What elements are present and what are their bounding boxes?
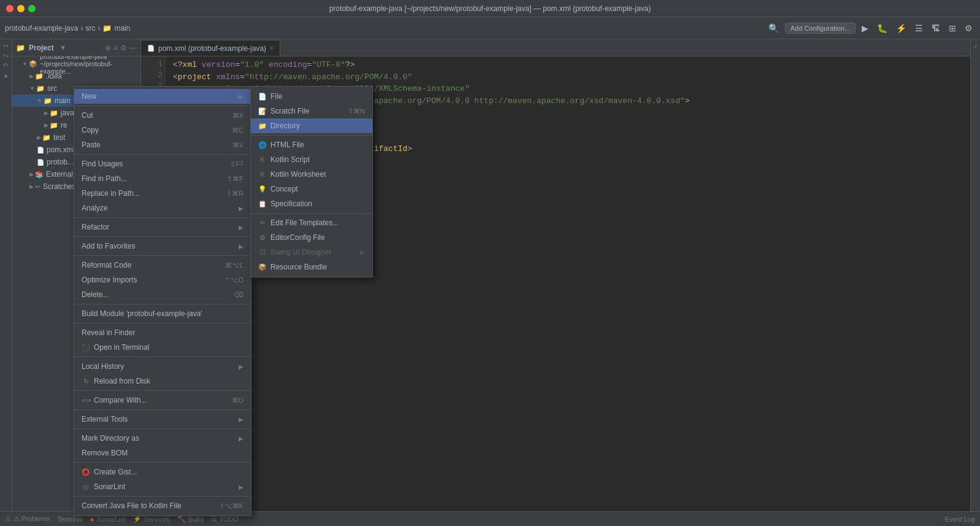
run-button[interactable]: ▶ [859, 22, 871, 34]
close-button[interactable] [6, 5, 13, 12]
editorconfig-icon: ⚙ [258, 234, 267, 242]
breadcrumb-main[interactable]: main [114, 24, 130, 33]
breadcrumb: protobuf-example-java › src › 📁 main [5, 24, 130, 33]
gear-icon[interactable]: ⚙ [120, 44, 127, 52]
sidebar-icon-2[interactable]: 2 [1, 52, 10, 60]
ctx-item-paste[interactable]: Paste ⌘V [74, 137, 251, 152]
checkmark-icon: ✓ [972, 42, 979, 51]
maximize-button[interactable] [28, 5, 36, 12]
sonarlint-status-icon: ● [90, 516, 94, 523]
collapse-icon[interactable]: ≡ [113, 44, 118, 52]
terminal-icon[interactable]: ⊞ [946, 22, 959, 34]
ctx-item-reformat[interactable]: Reformat Code ⌘⌥L [74, 258, 251, 273]
ctx-sep-2 [74, 154, 251, 155]
ctx-item-convert-kotlin[interactable]: Convert Java File to Kotlin File ⇧⌥⌘K [74, 498, 251, 513]
new-submenu: 📄 File 📝 Scratch File ⇧⌘N 📁 Directory 🌐 … [250, 86, 373, 277]
xml-file-icon: 📄 [147, 45, 155, 52]
ctx-item-remove-bom[interactable]: Remove BOM [74, 446, 251, 460]
debug-icon[interactable]: 🐛 [875, 22, 890, 34]
ctx-item-add-favorites[interactable]: Add to Favorites ▶ [74, 239, 251, 253]
ctx-item-find-usages[interactable]: Find Usages ⇧F7 [74, 157, 251, 171]
ctx-item-compare-with[interactable]: ⟺ Compare With... ⌘D [74, 393, 251, 408]
breadcrumb-project[interactable]: protobuf-example-java [5, 24, 78, 33]
sub-item-scratch-file[interactable]: 📝 Scratch File ⇧⌘N [251, 104, 372, 118]
ctx-item-refactor[interactable]: Refactor ▶ [74, 220, 251, 234]
close-tab-icon[interactable]: × [270, 45, 274, 52]
sub-item-directory[interactable]: 📁 Directory [251, 118, 372, 133]
kotlin-worksheet-icon: Κ [258, 171, 267, 178]
ctx-item-new[interactable]: New ▶ [74, 89, 251, 104]
sub-item-specification[interactable]: 📋 Specification [251, 196, 372, 211]
ctx-item-reload[interactable]: ↻ Reload from Disk [74, 374, 251, 389]
close-panel-icon[interactable]: — [129, 44, 137, 52]
sub-item-resource-bundle[interactable]: 📦 Resource Bundle [251, 260, 372, 274]
ctx-item-local-history[interactable]: Local History ▶ [74, 359, 251, 374]
add-configuration-button[interactable]: Add Configuration... [785, 23, 856, 34]
concept-icon: 💡 [258, 185, 267, 193]
sub-item-editorconfig[interactable]: ⚙ EditorConfig File [251, 230, 372, 245]
ctx-item-delete[interactable]: Delete... ⌫ [74, 287, 251, 302]
ctx-item-mark-directory[interactable]: Mark Directory as ▶ [74, 431, 251, 446]
profile-icon[interactable]: ☰ [913, 22, 925, 34]
left-sidebar-icons: 1 2 3 ★ [0, 39, 12, 511]
editor-tab-label: pom.xml (protobuf-example-java) [158, 44, 266, 53]
template-icon: ✏ [258, 219, 267, 227]
minimize-button[interactable] [17, 5, 25, 12]
sub-item-kotlin-worksheet[interactable]: Κ Kotlin Worksheet [251, 167, 372, 182]
sonarlint-arrow-icon: ▶ [239, 484, 243, 490]
ctx-item-open-terminal[interactable]: ⬛ Open in Terminal [74, 340, 251, 355]
sub-item-kotlin-script[interactable]: Κ Kotlin Script [251, 152, 372, 167]
ctx-sep-4 [74, 236, 251, 237]
arrow-icon: ▶ [239, 93, 243, 100]
terminal-small-icon: ⬛ [82, 344, 90, 352]
sonarlint-icon: ◎ [82, 483, 90, 491]
panel-header: 📁 Project ▼ ⊕ ≡ ⚙ — [12, 39, 140, 56]
ctx-item-build-module[interactable]: Build Module 'protobuf-example-java' [74, 306, 251, 321]
favorites-icon[interactable]: ★ [1, 71, 10, 82]
external-tools-arrow-icon: ▶ [239, 416, 243, 423]
ctx-sep-9 [74, 390, 251, 391]
editor-tabs: 📄 pom.xml (protobuf-example-java) × [141, 39, 970, 56]
ctx-sep-7 [74, 323, 251, 323]
panel-folder-icon: 📁 [16, 44, 25, 52]
ctx-item-replace-in-path[interactable]: Replace in Path... ⇧⌘R [74, 186, 251, 201]
ctx-sep-1 [74, 106, 251, 106]
sub-item-edit-templates[interactable]: ✏ Edit File Templates... [251, 215, 372, 230]
sub-item-concept[interactable]: 💡 Concept [251, 182, 372, 196]
sub-sep-2 [251, 213, 372, 214]
ctx-item-optimize-imports[interactable]: Optimize Imports ⌃⌥O [74, 273, 251, 287]
breadcrumb-src[interactable]: src [85, 24, 95, 33]
ctx-sep-3 [74, 217, 251, 218]
ctx-item-sonarlint[interactable]: ◎ SonarLint ▶ [74, 479, 251, 494]
search-everywhere-icon[interactable]: 🔍 [766, 22, 781, 34]
cmake-icon[interactable]: 🏗 [929, 22, 943, 34]
ctx-item-create-gist[interactable]: ⭕ Create Gist... [74, 465, 251, 479]
coverage-icon[interactable]: ⚡ [894, 22, 909, 34]
editor-tab-pomxml[interactable]: 📄 pom.xml (protobuf-example-java) × [141, 40, 280, 56]
ctx-item-external-tools[interactable]: External Tools ▶ [74, 412, 251, 427]
sub-item-file[interactable]: 📄 File [251, 89, 372, 104]
context-menu: New ▶ Cut ⌘X Copy ⌘C Paste ⌘V Find Usage… [74, 86, 251, 516]
ctx-item-cut[interactable]: Cut ⌘X [74, 108, 251, 123]
sidebar-icon-3[interactable]: 3 [1, 61, 10, 69]
ctx-item-copy[interactable]: Copy ⌘C [74, 123, 251, 137]
event-log-link[interactable]: Event Log [944, 516, 975, 523]
tree-item-root[interactable]: ▼ 📦 protobuf-example-java ~/projects/new… [12, 58, 140, 70]
status-terminal[interactable]: Terminal [58, 516, 83, 523]
github-icon: ⭕ [82, 468, 90, 476]
settings-icon[interactable]: ⚙ [962, 22, 975, 34]
sidebar-icon-1[interactable]: 1 [1, 42, 10, 50]
file-icon: 📄 [258, 93, 267, 101]
sync-icon[interactable]: ⊕ [105, 44, 111, 52]
sub-item-swing-ui[interactable]: 🖼 Swing UI Designer ▶ [251, 245, 372, 260]
status-problems[interactable]: ⚠ ⚠ Problems [5, 515, 50, 523]
ctx-item-find-in-path[interactable]: Find in Path... ⇧⌘F [74, 171, 251, 186]
ctx-item-reveal-finder[interactable]: Reveal in Finder [74, 325, 251, 340]
ctx-sep-8 [74, 357, 251, 357]
panel-dropdown-icon[interactable]: ▼ [60, 44, 66, 51]
refactor-arrow-icon: ▶ [239, 224, 243, 231]
title-bar: protobuf-example-java [~/projects/new/pr… [0, 0, 980, 17]
status-sonarlint[interactable]: ● SonarLint [90, 516, 126, 523]
sub-item-html-file[interactable]: 🌐 HTML File [251, 137, 372, 152]
ctx-item-analyze[interactable]: Analyze ▶ [74, 201, 251, 215]
